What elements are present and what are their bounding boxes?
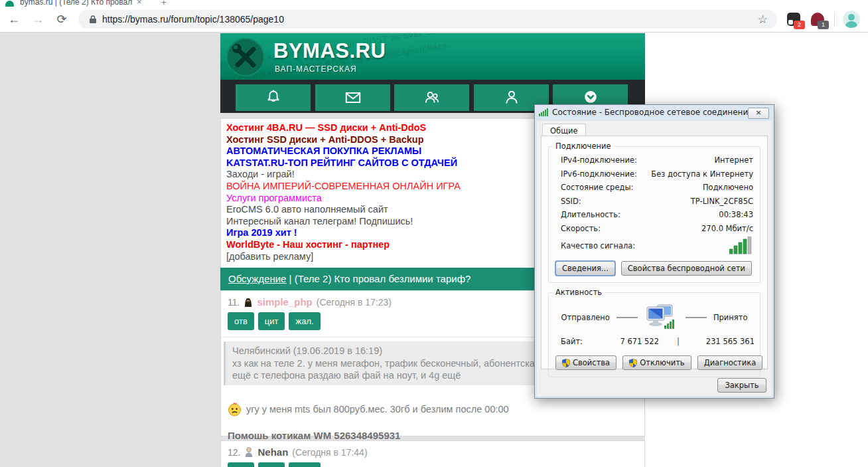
browser-tab-strip: bymas.ru | (Теле 2) Кто провал × +	[0, 0, 868, 7]
computers-activity-icon	[644, 304, 679, 331]
row-label: IPv4-подключение:	[561, 153, 637, 167]
flow-line	[616, 317, 638, 318]
sent-label: Отправлено	[561, 313, 610, 322]
post-12: 12. Nehan (Сегодня в 17:44) отв цит жал.	[220, 440, 645, 467]
row-value: Без доступа к Интернету	[651, 167, 753, 181]
nav-messages-button[interactable]	[315, 84, 390, 111]
network-status-dialog: Состояние - Беспроводное сетевое соедине…	[534, 104, 774, 399]
topic-section-link[interactable]: Обсуждение	[228, 273, 286, 284]
row-label: Состояние среды:	[561, 181, 633, 195]
post-number: 12.	[228, 447, 240, 458]
extension-1-dot	[788, 20, 793, 25]
signal-quality-bars-icon	[729, 236, 753, 254]
site-logo-tools-icon[interactable]	[226, 37, 265, 77]
activity-group-label: Активность	[553, 288, 605, 297]
details-button[interactable]: Сведения...	[555, 261, 615, 276]
connection-group-label: Подключение	[553, 141, 614, 151]
row-value: Подключено	[703, 181, 753, 195]
browser-toolbar: ← → ⟳ https://bymas.ru/forum/topic/13806…	[0, 7, 868, 33]
post-author-avatar	[244, 446, 253, 458]
bytes-received-value: 231 565 361	[697, 337, 755, 346]
received-label: Принято	[713, 313, 748, 322]
signal-quality-label: Качество сигнала:	[561, 241, 635, 250]
extension-2-badge: 1	[818, 21, 829, 29]
post-date: (Сегодня в 17:44)	[292, 447, 367, 458]
post-signature: Помошь котикам WM 526348495931	[221, 417, 644, 441]
site-banner: {$val POST as $val escapialchars POST as…	[220, 33, 645, 80]
connection-group: Подключение IPv4-подключение:Интернет IP…	[548, 146, 760, 283]
uac-shield-icon	[629, 359, 637, 367]
activity-group: Активность Отправлено	[548, 292, 760, 377]
post-author-link[interactable]: simple_php	[257, 296, 312, 308]
dialog-tab-page: Подключение IPv4-подключение:Интернет IP…	[541, 136, 768, 369]
site-subtitle: ВАП-МАСТЕРСКАЯ	[275, 64, 357, 74]
dialog-close-button[interactable]: ×	[748, 108, 769, 119]
mail-icon	[343, 88, 363, 107]
tab-close-icon[interactable]: ×	[137, 0, 142, 7]
row-label: Скорость:	[561, 222, 601, 236]
topic-separator: |	[286, 273, 294, 284]
extension-1-badge: 2	[794, 21, 805, 29]
report-button[interactable]: жал.	[289, 312, 320, 330]
post-date: (Сегодня в 17:23)	[317, 297, 392, 308]
forward-button[interactable]: →	[28, 9, 48, 29]
signal-bars-icon	[539, 108, 549, 116]
topic-title: (Теле 2) Кто провал безлимии тариф?	[295, 273, 471, 284]
row-value: TP-LINK_2CF85C	[691, 195, 753, 209]
extension-icon-2[interactable]: 1	[810, 12, 825, 27]
site-title[interactable]: BYMAS.RU	[273, 39, 386, 63]
angry-smiley-icon	[228, 403, 242, 417]
row-label: Длительность:	[561, 208, 620, 222]
flow-line	[686, 317, 707, 318]
uac-shield-icon	[562, 359, 570, 367]
url-bar[interactable]: https://bymas.ru/forum/topic/138065/page…	[78, 10, 777, 29]
bytes-label: Байт:	[561, 337, 602, 346]
back-button[interactable]: ←	[4, 9, 24, 29]
quote-button[interactable]: цит	[258, 462, 285, 467]
avatar-body-shape	[845, 21, 857, 28]
lock-icon	[89, 15, 97, 24]
bytes-separator: |	[659, 337, 697, 346]
extension-icon-1[interactable]: 2	[786, 12, 801, 27]
row-label: SSID:	[561, 195, 581, 209]
screen: bymas.ru | (Теле 2) Кто провал × + ← → ⟳…	[0, 0, 868, 467]
row-value: 270.0 Мбит/с	[701, 222, 753, 236]
dialog-body: Общие Подключение IPv4-подключение:Интер…	[537, 121, 772, 396]
bytes-sent-value: 7 671 522	[602, 337, 659, 346]
users-icon	[422, 88, 442, 107]
row-value: Интернет	[715, 153, 754, 167]
url-text[interactable]: https://bymas.ru/forum/topic/138065/page…	[102, 14, 758, 25]
avatar-head-shape	[848, 14, 855, 21]
tab-title[interactable]: bymas.ru | (Теле 2) Кто провал	[20, 0, 132, 7]
dialog-title: Состояние - Беспроводное сетевое соедине…	[552, 108, 766, 117]
disconnect-button-label: Отключить	[640, 358, 684, 367]
row-label: IPv6-подключение:	[561, 167, 637, 181]
close-dialog-button[interactable]: Закрыть	[717, 378, 766, 393]
user-icon	[502, 88, 522, 107]
toolbar-divider	[834, 13, 835, 26]
reload-button[interactable]: ⟳	[52, 9, 72, 29]
post-number: 11.	[228, 297, 240, 308]
post-message: угу у меня mts был 800руб.мес. 30гб и бе…	[246, 404, 509, 415]
reply-button[interactable]: отв	[228, 312, 254, 330]
post-author-link[interactable]: Nehan	[257, 446, 288, 458]
diagnose-button-label: Диагностика	[704, 358, 757, 367]
tab-favicon-icon	[5, 1, 14, 7]
bell-icon	[264, 88, 283, 107]
post-author-avatar	[244, 296, 253, 308]
properties-button[interactable]: Свойства	[555, 355, 616, 370]
browser-profile-avatar[interactable]	[843, 11, 860, 28]
properties-button-label: Свойства	[573, 358, 610, 367]
nav-notifications-button[interactable]	[236, 84, 311, 111]
nav-members-button[interactable]	[394, 84, 469, 111]
new-tab-button[interactable]: +	[161, 0, 167, 7]
bookmark-star-icon[interactable]: ☆	[758, 13, 768, 27]
report-button[interactable]: жал.	[289, 462, 320, 467]
reply-button[interactable]: отв	[228, 462, 254, 467]
quote-button[interactable]: цит	[258, 312, 285, 330]
diagnose-button[interactable]: Диагностика	[697, 355, 763, 370]
disconnect-button[interactable]: Отключить	[622, 355, 691, 370]
row-value: 00:38:43	[719, 208, 753, 222]
wireless-properties-button[interactable]: Свойства беспроводной сети	[621, 261, 752, 276]
